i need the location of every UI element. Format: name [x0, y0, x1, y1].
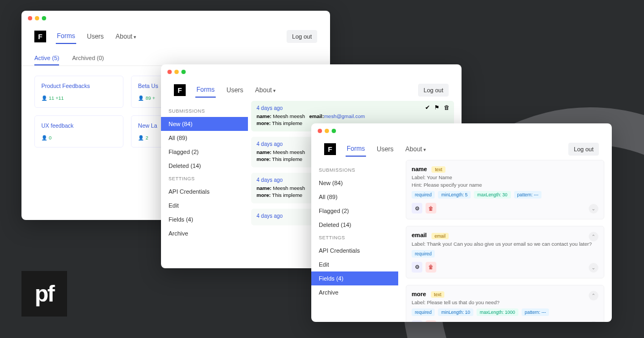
- expand-toggle[interactable]: ⌄: [589, 263, 598, 273]
- badge-required: required: [412, 191, 435, 199]
- field-card: ⌄ name text Label: Your Name Hint: Pleas…: [406, 160, 604, 219]
- card-count: 👤0: [41, 135, 52, 141]
- sidebar-item-api[interactable]: API Credentials: [311, 244, 398, 258]
- window-controls: [311, 123, 612, 138]
- person-icon: 👤: [41, 135, 47, 141]
- brand-logo: F: [324, 143, 336, 155]
- fields-list: ⌄ name text Label: Your Name Hint: Pleas…: [398, 160, 612, 322]
- window-fields: F Forms Users About▾ Log out SUBMISSIONS…: [311, 123, 612, 322]
- badge-pattern: pattern: ---: [514, 191, 542, 199]
- badge-maxlength: maxLength: 1000: [477, 308, 518, 316]
- nav-about[interactable]: About▾: [254, 83, 276, 97]
- sidebar-item-deleted[interactable]: Deleted (14): [311, 218, 398, 232]
- field-name: more: [412, 291, 426, 297]
- trash-icon[interactable]: 🗑: [426, 203, 436, 214]
- check-icon[interactable]: ✔: [425, 104, 430, 111]
- card-title: Product Feedbacks: [41, 83, 116, 89]
- field-type-badge: text: [431, 166, 445, 173]
- card-count: 👤2: [138, 135, 148, 141]
- settings-icon[interactable]: ⚙: [412, 320, 422, 322]
- settings-icon[interactable]: ⚙: [412, 262, 422, 273]
- field-hint: Hint: Please specify your name: [412, 182, 598, 188]
- settings-icon[interactable]: ⚙: [412, 203, 422, 214]
- section-header-submissions: SUBMISSIONS: [161, 105, 248, 117]
- badge-maxlength: maxLength: 30: [474, 191, 510, 199]
- window-controls: [161, 64, 462, 79]
- tab-archived[interactable]: Archived (0): [72, 52, 104, 65]
- tab-active[interactable]: Active (5): [34, 52, 59, 65]
- sidebar-item-deleted[interactable]: Deleted (14): [161, 159, 248, 173]
- trash-icon[interactable]: 🗑: [426, 262, 436, 273]
- flag-icon[interactable]: ⚑: [434, 104, 440, 111]
- field-type-badge: email: [431, 233, 449, 239]
- field-name: name: [412, 166, 427, 172]
- card-count: 👤11 +11: [41, 95, 64, 101]
- nav-users[interactable]: Users: [376, 142, 394, 156]
- validation-badges: required minLength: 10 maxLength: 1000 p…: [412, 308, 598, 316]
- badge-pattern: pattern: ---: [522, 308, 550, 316]
- field-card: ⌃ ⌄ more text Label: Please tell us that…: [406, 285, 604, 322]
- field-name: email: [412, 232, 427, 238]
- trash-icon[interactable]: 🗑: [444, 104, 450, 111]
- form-card[interactable]: UX feedback 👤0: [34, 115, 123, 148]
- sidebar-item-flagged[interactable]: Flagged (2): [161, 145, 248, 159]
- sidebar-item-flagged[interactable]: Flagged (2): [311, 204, 398, 218]
- logout-button[interactable]: Log out: [568, 143, 599, 156]
- sidebar-item-archive[interactable]: Archive: [161, 226, 248, 240]
- field-label: Label: Your Name: [412, 174, 598, 180]
- nav-about[interactable]: About▾: [114, 30, 137, 43]
- sidebar-item-api[interactable]: API Credentials: [161, 185, 248, 199]
- chevron-down-icon: ▾: [134, 34, 136, 40]
- person-icon: 👤: [138, 95, 144, 101]
- nav-forms[interactable]: Forms: [346, 142, 366, 157]
- section-header-settings: SETTINGS: [161, 173, 248, 185]
- sidebar: SUBMISSIONS New (84) All (89) Flagged (2…: [311, 160, 398, 322]
- badge-required: required: [412, 308, 435, 316]
- expand-toggle[interactable]: ⌃: [589, 232, 598, 241]
- trash-icon[interactable]: 🗑: [426, 320, 436, 322]
- chevron-down-icon: ▾: [273, 88, 276, 93]
- sidebar-item-fields[interactable]: Fields (4): [311, 271, 398, 285]
- nav-users[interactable]: Users: [225, 83, 244, 97]
- sidebar-item-archive[interactable]: Archive: [311, 285, 398, 299]
- sidebar: SUBMISSIONS New (84) All (89) Flagged (2…: [161, 101, 248, 268]
- sidebar-item-new[interactable]: New (84): [161, 117, 248, 131]
- nav-about[interactable]: About▾: [404, 142, 427, 156]
- field-label: Label: Please tell us that do you need?: [412, 299, 598, 305]
- form-card[interactable]: Product Feedbacks 👤11 +11: [34, 76, 123, 108]
- card-count: 👤89 +: [138, 95, 155, 101]
- filter-tabs: Active (5) Archived (0): [21, 52, 330, 66]
- brand-logo: F: [174, 84, 186, 96]
- nav-forms[interactable]: Forms: [195, 83, 216, 98]
- logout-button[interactable]: Log out: [418, 84, 449, 97]
- section-header-submissions: SUBMISSIONS: [311, 164, 398, 176]
- badge-minlength: minLength: 10: [438, 308, 473, 316]
- badge-minlength: minLength: 5: [438, 191, 471, 199]
- sidebar-item-edit[interactable]: Edit: [161, 199, 248, 212]
- validation-badges: required minLength: 5 maxLength: 30 patt…: [412, 191, 598, 199]
- sidebar-item-edit[interactable]: Edit: [311, 258, 398, 271]
- section-header-settings: SETTINGS: [311, 232, 398, 244]
- topbar: F Forms Users About▾ Log out: [21, 26, 330, 47]
- nav-forms[interactable]: Forms: [56, 29, 76, 44]
- sidebar-item-new[interactable]: New (84): [311, 176, 398, 190]
- pf-logo: pf: [21, 271, 67, 317]
- logout-button[interactable]: Log out: [287, 30, 317, 43]
- submission-actions: ✔ ⚑ 🗑: [425, 104, 450, 111]
- field-card: ⌃ ⌄ email email Label: Thank you! Can yo…: [406, 226, 604, 278]
- sidebar-item-all[interactable]: All (89): [311, 190, 398, 204]
- badge-required: required: [412, 250, 435, 258]
- sidebar-item-fields[interactable]: Fields (4): [161, 212, 248, 226]
- topbar: F Forms Users About▾ Log out: [311, 138, 612, 160]
- field-type-badge: text: [431, 291, 445, 298]
- nav-users[interactable]: Users: [86, 30, 105, 43]
- card-title: UX feedback: [41, 122, 116, 129]
- brand-logo: F: [34, 31, 46, 42]
- expand-toggle[interactable]: ⌃: [589, 291, 598, 300]
- chevron-down-icon: ▾: [423, 147, 426, 152]
- validation-badges: required: [412, 250, 598, 258]
- person-icon: 👤: [41, 95, 47, 101]
- sidebar-item-all[interactable]: All (89): [161, 131, 248, 145]
- field-label: Label: Thank you! Can you also give us y…: [412, 241, 598, 247]
- person-icon: 👤: [138, 135, 144, 141]
